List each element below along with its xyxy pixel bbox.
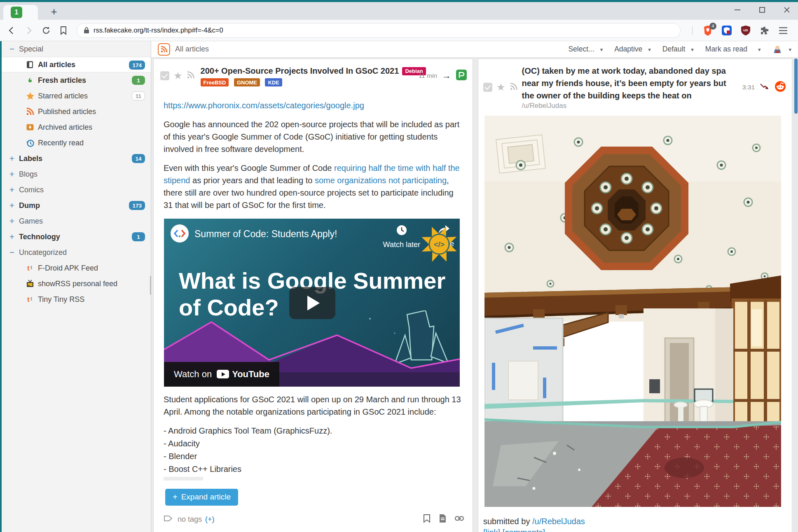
minimize-button[interactable] <box>732 5 743 15</box>
sidebar-item-fdroid-feed[interactable]: tt F-Droid APK Feed <box>2 260 151 276</box>
youtube-embed[interactable]: Summer of Code: Students Apply! Watch la… <box>164 219 460 387</box>
article-photo[interactable] <box>484 116 781 507</box>
star-icon <box>26 91 35 100</box>
feed-tree: Special All articles 174 Fresh articles … <box>2 41 151 532</box>
article-checkbox[interactable] <box>160 71 169 80</box>
new-tab-button[interactable] <box>48 6 60 18</box>
tv-icon <box>26 279 35 288</box>
chevron-down-icon <box>648 45 651 54</box>
clock-icon <box>396 224 407 236</box>
add-tag-link[interactable]: (+) <box>205 515 215 524</box>
collapse-icon[interactable] <box>7 247 17 257</box>
sidebar-item-fresh-articles[interactable]: Fresh articles 1 <box>2 72 151 88</box>
label-badge-gnome: GNOME <box>234 78 260 86</box>
expand-icon[interactable] <box>7 201 17 210</box>
sidebar-item-showrss-feed[interactable]: showRSS personal feed <box>2 276 151 292</box>
sidebar-category-comics[interactable]: Comics <box>2 182 151 198</box>
view-mode-dropdown[interactable]: Adaptive <box>614 45 651 54</box>
article-age: 11 min <box>419 72 437 79</box>
note-icon[interactable] <box>439 514 446 525</box>
sidebar-item-archived-articles[interactable]: Archived articles <box>2 119 151 135</box>
play-button[interactable] <box>289 287 335 319</box>
dump-count-badge: 173 <box>129 201 145 210</box>
clipped-list-item <box>164 477 203 481</box>
sidebar-item-published-articles[interactable]: Published articles <box>2 104 151 119</box>
browser-menu-icon[interactable] <box>777 24 790 37</box>
publish-rss-icon[interactable] <box>510 82 518 92</box>
sidebar-category-technology[interactable]: Technology 1 <box>2 229 151 245</box>
ublock-icon[interactable]: UD <box>739 24 752 37</box>
expand-icon[interactable] <box>7 154 17 163</box>
channel-avatar-icon[interactable] <box>171 224 189 243</box>
sidebar-category-labels[interactable]: Labels 14 <box>2 151 151 166</box>
open-original-icon[interactable] <box>442 70 451 81</box>
current-feed: All articles <box>158 43 209 56</box>
mark-as-read-button[interactable]: Mark as read <box>705 45 761 54</box>
ttrss-app: Special All articles 174 Fresh articles … <box>0 41 798 532</box>
extensions-puzzle-icon[interactable] <box>758 24 771 37</box>
profile-menu[interactable] <box>772 44 791 55</box>
password-manager-icon[interactable] <box>721 24 733 37</box>
expand-icon[interactable] <box>7 216 17 226</box>
expand-article-button[interactable]: Expand article <box>165 489 238 506</box>
article-title[interactable]: (OC) taken by me at work today, abandone… <box>522 66 726 100</box>
bookmark-icon[interactable] <box>423 514 431 525</box>
image-link[interactable]: https://www.phoronix.com/assets/categori… <box>164 99 463 112</box>
sidebar-item-starred-articles[interactable]: Starred articles 11 <box>2 88 151 104</box>
brave-rewards-icon[interactable]: 4 <box>702 24 714 37</box>
journal-icon <box>26 60 35 69</box>
label-badge-freebsd: FreeBSD <box>201 78 229 86</box>
back-button[interactable] <box>6 25 17 36</box>
sidebar-item-all-articles[interactable]: All articles 174 <box>2 57 151 72</box>
avatar <box>772 44 783 55</box>
organizations-list: - Android Graphics Tool Team (GraphicsFu… <box>164 425 463 481</box>
link-icon[interactable] <box>454 514 464 525</box>
video-title[interactable]: Summer of Code: Students Apply! <box>194 228 337 240</box>
chevron-down-icon <box>758 45 761 54</box>
score-trend-icon <box>760 83 770 92</box>
collapse-icon[interactable] <box>7 44 17 54</box>
watch-on-youtube-button[interactable]: Watch on YouTube <box>164 362 279 387</box>
labels-count-badge: 14 <box>132 154 145 163</box>
ttrss-favicon-icon: tt <box>26 295 35 304</box>
star-toggle-icon[interactable] <box>496 83 505 92</box>
forward-button[interactable] <box>23 25 35 36</box>
reload-button[interactable] <box>40 25 52 36</box>
chevron-down-icon <box>789 45 791 54</box>
sidebar-category-uncategorized[interactable]: Uncategorized <box>2 245 151 260</box>
expand-icon[interactable] <box>7 185 17 195</box>
sidebar-category-special[interactable]: Special <box>2 41 151 57</box>
expand-icon[interactable] <box>7 232 17 242</box>
sidebar-item-tinytinyrss-feed[interactable]: tt Tiny Tiny RSS <box>2 292 151 307</box>
close-button[interactable] <box>782 5 792 15</box>
publish-rss-icon[interactable] <box>187 71 195 81</box>
watch-later-button[interactable]: Watch later <box>383 224 420 251</box>
sidebar-category-dump[interactable]: Dump 173 <box>2 198 151 213</box>
expand-icon[interactable] <box>7 169 17 179</box>
scrollbar-thumb[interactable] <box>794 58 798 114</box>
fresh-count-badge: 1 <box>132 76 145 85</box>
sort-order-dropdown[interactable]: Default <box>662 45 694 54</box>
feed-rss-icon <box>158 43 170 56</box>
sidebar-category-blogs[interactable]: Blogs <box>2 166 151 182</box>
browser-tab[interactable]: 1 <box>3 5 38 20</box>
label-badge-kde: KDE <box>265 78 282 86</box>
list-item: - Blender <box>164 450 463 463</box>
reddit-footer-links[interactable]: [link] [comments] <box>483 528 545 532</box>
browser-window: 1 rss.fakecake.org <box>0 0 798 532</box>
author-link[interactable]: /u/RebelJudas <box>532 517 585 526</box>
bookmark-button[interactable] <box>58 25 69 36</box>
maximize-button[interactable] <box>757 5 768 15</box>
tab-strip: 1 <box>0 2 798 20</box>
select-dropdown[interactable]: Select... <box>568 45 603 54</box>
sidebar-item-recently-read[interactable]: Recently read <box>2 135 151 151</box>
address-bar[interactable]: rss.fakecake.org/tt-rss/index.php#f=-4&c… <box>77 23 681 38</box>
inline-link[interactable]: some organizations not participating <box>315 176 447 185</box>
article-title[interactable]: 200+ Open-Source Projects Involved In GS… <box>201 66 399 75</box>
star-toggle-icon[interactable] <box>173 71 183 80</box>
rss-icon <box>26 107 35 116</box>
article-checkbox[interactable] <box>483 83 492 92</box>
gsoc-sun-logo: </> <box>419 224 459 268</box>
sidebar-category-games[interactable]: Games <box>2 213 151 229</box>
scrollbar[interactable] <box>794 58 798 532</box>
